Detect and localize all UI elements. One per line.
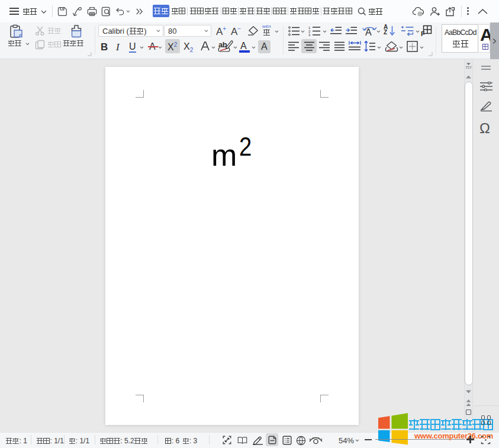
svg-text:1: 1 (308, 26, 311, 30)
svg-text:3: 3 (308, 33, 311, 36)
svg-text:F: F (421, 30, 425, 37)
